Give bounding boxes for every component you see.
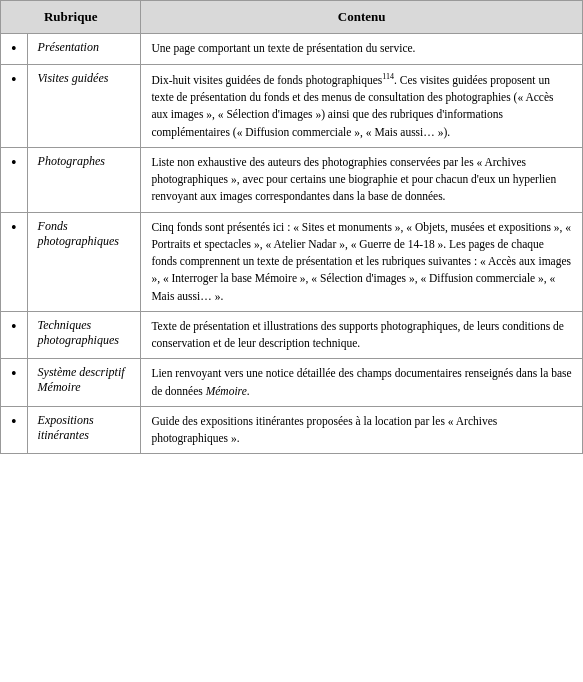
contenu-cell: Dix-huit visites guidées de fonds photog… [141,65,583,148]
table-row: •Fonds photographiquesCinq fonds sont pr… [1,212,583,311]
header-contenu: Contenu [141,1,583,34]
table-row: •Visites guidéesDix-huit visites guidées… [1,65,583,148]
rubrique-cell: Fonds photographiques [27,212,141,311]
contenu-cell: Lien renvoyant vers une notice détaillée… [141,359,583,407]
header-rubrique: Rubrique [1,1,141,34]
bullet-cell: • [1,147,28,212]
bullet-cell: • [1,34,28,65]
bullet-cell: • [1,65,28,148]
bullet-cell: • [1,406,28,454]
table-row: •PhotographesListe non exhaustive des au… [1,147,583,212]
rubrique-cell: Visites guidées [27,65,141,148]
table-header-row: Rubrique Contenu [1,1,583,34]
rubrique-cell: Présentation [27,34,141,65]
contenu-cell: Une page comportant un texte de présenta… [141,34,583,65]
table-row: •Expositions itinérantesGuide des exposi… [1,406,583,454]
bullet-cell: • [1,359,28,407]
table-row: •Système descriptif MémoireLien renvoyan… [1,359,583,407]
contenu-cell: Cinq fonds sont présentés ici : « Sites … [141,212,583,311]
bullet-cell: • [1,212,28,311]
contenu-cell: Liste non exhaustive des auteurs des pho… [141,147,583,212]
contenu-cell: Texte de présentation et illustrations d… [141,311,583,359]
contenu-cell: Guide des expositions itinérantes propos… [141,406,583,454]
table-row: •Techniques photographiquesTexte de prés… [1,311,583,359]
table-row: •PrésentationUne page comportant un text… [1,34,583,65]
rubrique-cell: Photographes [27,147,141,212]
bullet-cell: • [1,311,28,359]
rubrique-cell: Expositions itinérantes [27,406,141,454]
rubrique-cell: Techniques photographiques [27,311,141,359]
main-table: Rubrique Contenu •PrésentationUne page c… [0,0,583,454]
rubrique-cell: Système descriptif Mémoire [27,359,141,407]
